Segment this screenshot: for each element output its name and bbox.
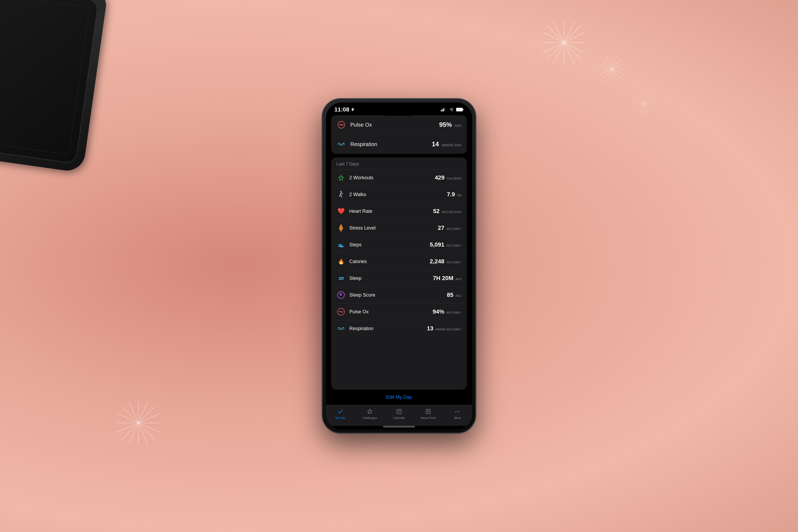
respiration-label: Respiration: [350, 141, 432, 147]
svg-rect-38: [463, 109, 464, 110]
workouts-value: 429 CALORIES: [435, 174, 461, 181]
steps-icon: 👟: [337, 240, 345, 249]
svg-point-43: [340, 225, 342, 227]
sleep-score-label: Sleep Score: [349, 292, 447, 298]
walks-label: 2 Walks: [349, 192, 447, 197]
tab-my-day[interactable]: My Day: [326, 408, 355, 419]
sleep-score-row: Sleep Score 85 AVG: [331, 287, 467, 304]
tab-more[interactable]: ●●● More: [443, 408, 472, 419]
respiration-2-row: Respiration 13 AWAKE AVG DAILY: [331, 320, 467, 337]
sleep-label: Sleep: [349, 276, 433, 281]
svg-rect-34: [443, 108, 444, 111]
respiration-2-value: 13 AWAKE AVG DAILY: [427, 325, 461, 332]
sleep-value: 7H 20M AVG: [433, 275, 461, 282]
walk-icon: [337, 190, 345, 199]
workout-icon: [337, 173, 345, 182]
svg-text:31: 31: [398, 412, 400, 413]
steps-row: 👟 Steps 5,091 AVG DAILY: [331, 236, 467, 253]
stress-row: Stress Level 27 AVG DAILY: [331, 220, 467, 236]
respiration-2-label: Respiration: [349, 326, 427, 331]
workouts-row: 2 Workouts 429 CALORIES: [331, 169, 467, 186]
seven-days-list: 2 Workouts 429 CALORIES: [331, 169, 467, 337]
more-icon: ●●●: [454, 408, 461, 415]
edit-my-day-button[interactable]: Edit My Day: [331, 390, 467, 405]
heart-rate-row: ❤️ Heart Rate 52 AVG RESTING: [331, 203, 467, 220]
news-feed-icon: [424, 408, 432, 415]
sleep-score-icon: [337, 290, 345, 300]
challenges-label: Challenges: [362, 416, 377, 419]
stress-icon: [337, 224, 345, 232]
pulse-ox-icon: [337, 120, 346, 130]
my-day-icon: [337, 408, 344, 415]
pulse-ox-2-row: Pulse Ox 94% AVG DAILY: [331, 304, 467, 320]
pulse-ox-label: Pulse Ox: [350, 122, 439, 128]
seven-days-section: Last 7 Days 2 Workouts: [331, 157, 467, 390]
svg-point-42: [340, 191, 342, 192]
svg-rect-33: [442, 109, 443, 111]
pulse-ox-row: Pulse Ox 95% AVG: [331, 115, 467, 135]
tab-news-feed[interactable]: News Feed: [414, 408, 443, 419]
calories-label: Calories: [349, 259, 430, 264]
svg-rect-32: [441, 110, 441, 111]
location-icon: [351, 108, 355, 111]
wifi-icon: [449, 108, 454, 111]
walks-value: 7.9 KM: [447, 191, 461, 198]
stress-label: Stress Level: [349, 225, 438, 231]
phone: 11:08: [322, 98, 476, 434]
phone-screen: 11:08: [326, 102, 472, 430]
steps-value: 5,091 AVG DAILY: [430, 241, 461, 248]
walks-row: 2 Walks 7.9 KM: [331, 186, 467, 203]
respiration-row: Respiration 14 AWAKE AVG: [331, 135, 467, 154]
tab-challenges[interactable]: Challenges: [355, 408, 384, 419]
sleep-score-value: 85 AVG: [447, 291, 461, 299]
respiration-2-icon: [337, 324, 345, 333]
svg-rect-35: [444, 108, 445, 111]
news-feed-label: News Feed: [421, 416, 436, 419]
top-metrics-section: Pulse Ox 95% AVG: [331, 115, 467, 154]
respiration-icon: [337, 139, 346, 149]
pulse-ox-2-label: Pulse Ox: [349, 309, 433, 315]
home-indicator: [383, 426, 415, 428]
tab-calendar[interactable]: 31 Calendar: [384, 408, 414, 419]
app-content: Pulse Ox 95% AVG: [326, 115, 472, 405]
calendar-icon: 31: [395, 408, 403, 415]
stress-value: 27 AVG DAILY: [438, 225, 461, 231]
sleep-icon: ZZZ: [337, 274, 345, 283]
calories-row: 🔥 Calories 2,248 AVG DAILY: [331, 253, 467, 270]
pulse-ox-value: 95% AVG: [439, 121, 461, 129]
my-day-label: My Day: [336, 416, 345, 419]
pulse-ox-2-value: 94% AVG DAILY: [433, 308, 461, 315]
battery-icon: [456, 108, 464, 111]
respiration-value: 14 AWAKE AVG: [432, 140, 461, 148]
more-label: More: [454, 416, 461, 419]
sleep-row: ZZZ Sleep 7H 20M AVG: [331, 270, 467, 287]
phone-body: 11:08: [322, 98, 476, 434]
svg-rect-39: [457, 109, 462, 111]
seven-days-header: Last 7 Days: [331, 157, 467, 169]
calendar-label: Calendar: [393, 416, 405, 419]
workouts-label: 2 Workouts: [349, 175, 435, 180]
challenges-icon: [366, 408, 374, 415]
heart-rate-icon: ❤️: [337, 207, 345, 216]
heart-rate-value: 52 AVG RESTING: [433, 208, 461, 215]
status-time: 11:08: [334, 106, 355, 113]
steps-label: Steps: [349, 242, 430, 248]
calories-icon: 🔥: [337, 257, 345, 266]
tab-bar: My Day Challenges: [326, 405, 472, 426]
signal-icon: [441, 108, 446, 111]
status-icons: [441, 108, 464, 111]
calories-value: 2,248 AVG DAILY: [430, 258, 461, 265]
pulse-ox-2-icon: [337, 307, 345, 316]
dynamic-island: [382, 107, 416, 116]
heart-rate-label: Heart Rate: [349, 209, 433, 214]
svg-point-36: [452, 111, 453, 111]
time-display: 11:08: [334, 106, 349, 113]
